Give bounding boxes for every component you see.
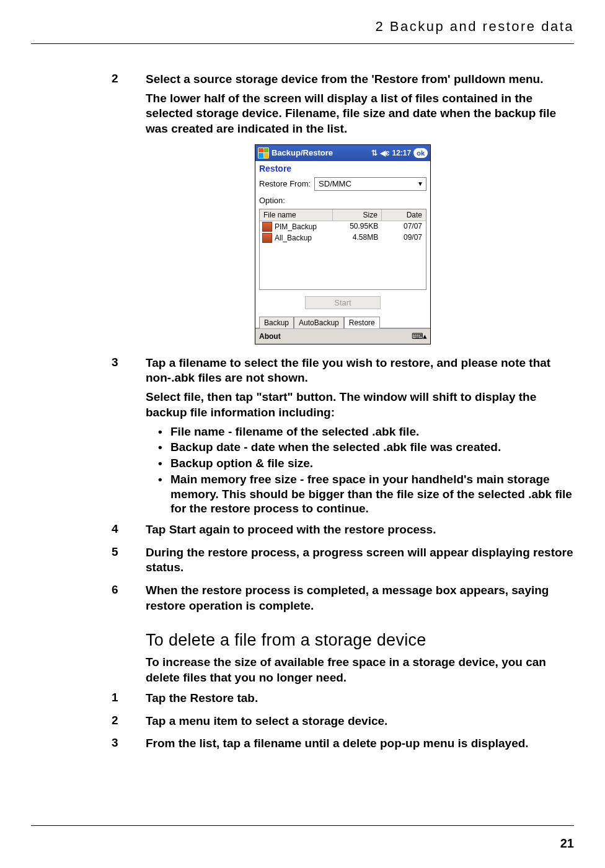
- step-text: Tap a menu item to select a storage devi…: [146, 714, 574, 729]
- step-text: During the restore process, a progress s…: [146, 545, 574, 576]
- file-name: All_Backup: [275, 234, 312, 242]
- step-number: 3: [112, 356, 146, 519]
- bullet-item: File name - filename of the selected .ab…: [158, 424, 574, 439]
- file-date: 07/07: [382, 222, 426, 232]
- ok-button[interactable]: ok: [413, 148, 428, 158]
- delete-step-1: 1 Tap the Restore tab.: [112, 691, 574, 710]
- step-text: When the restore process is completed, a…: [146, 583, 574, 613]
- tab-restore[interactable]: Restore: [344, 317, 380, 328]
- start-flag-icon[interactable]: [258, 147, 269, 159]
- file-rows: PIM_Backup 50.95KB 07/07 All_Backup 4.58…: [260, 221, 426, 289]
- start-button-row: Start: [255, 294, 430, 314]
- file-size: 4.58MB: [333, 233, 382, 243]
- title-bar: Backup/Restore ⇅ ◀є 12:17 ok: [255, 145, 430, 161]
- step-text: Tap a filename to select the file you wi…: [146, 356, 574, 386]
- bullet-item: Main memory free size - free space in yo…: [158, 472, 574, 516]
- backup-file-icon: [262, 222, 272, 232]
- step-body: From the list, tap a filename until a de…: [146, 736, 574, 755]
- option-row: Option:: [255, 193, 430, 208]
- file-row[interactable]: All_Backup 4.58MB 09/07: [260, 232, 426, 243]
- step-3: 3 Tap a filename to select the file you …: [112, 356, 574, 519]
- chevron-down-icon: ▼: [417, 180, 423, 187]
- file-list-header: File name Size Date: [260, 209, 426, 221]
- step-number: 1: [112, 691, 146, 710]
- section-heading: To delete a file from a storage device: [146, 631, 574, 650]
- restore-from-dropdown[interactable]: SD/MMC ▼: [314, 177, 426, 191]
- col-header-date[interactable]: Date: [382, 209, 426, 221]
- file-date: 09/07: [382, 233, 426, 243]
- bullet-list: File name - filename of the selected .ab…: [146, 424, 574, 517]
- step-text: Tap Start again to proceed with the rest…: [146, 522, 574, 538]
- step-number: 6: [112, 583, 146, 617]
- step-5: 5 During the restore process, a progress…: [112, 545, 574, 579]
- bullet-item: Backup date - date when the selected .ab…: [158, 440, 574, 455]
- restore-from-label: Restore From:: [259, 179, 311, 188]
- option-label: Option:: [259, 196, 285, 205]
- bullet-item: Backup option & file size.: [158, 456, 574, 471]
- step-text: Select file, then tap "start" button. Th…: [146, 390, 574, 420]
- backup-file-icon: [262, 233, 272, 243]
- dropdown-value: SD/MMC: [319, 179, 351, 188]
- step-body: Select a source storage device from the …: [146, 72, 574, 141]
- step-number: 5: [112, 545, 146, 579]
- tab-autobackup[interactable]: AutoBackup: [294, 317, 344, 328]
- step-text: Tap the Restore tab.: [146, 691, 574, 706]
- step-text: The lower half of the screen will displa…: [146, 91, 574, 137]
- step-6: 6 When the restore process is completed,…: [112, 583, 574, 617]
- page-number: 21: [560, 836, 574, 851]
- file-name: PIM_Backup: [275, 222, 317, 231]
- step-number: 2: [112, 714, 146, 733]
- header-rule: [31, 43, 574, 44]
- delete-step-2: 2 Tap a menu item to select a storage de…: [112, 714, 574, 733]
- file-list: File name Size Date PIM_Backup 50.95KB 0…: [259, 209, 426, 290]
- screen-heading: Restore: [255, 161, 430, 175]
- tab-backup[interactable]: Backup: [259, 317, 294, 328]
- running-header: 2 Backup and restore data: [31, 19, 574, 35]
- step-text: Select a source storage device from the …: [146, 72, 574, 87]
- step-number: 3: [112, 736, 146, 755]
- step-4: 4 Tap Start again to proceed with the re…: [112, 522, 574, 541]
- delete-step-3: 3 From the list, tap a filename until a …: [112, 736, 574, 755]
- start-button[interactable]: Start: [305, 296, 381, 309]
- step-body: During the restore process, a progress s…: [146, 545, 574, 579]
- col-header-size[interactable]: Size: [333, 209, 382, 221]
- restore-from-row: Restore From: SD/MMC ▼: [255, 175, 430, 193]
- page: 2 Backup and restore data 2 Select a sou…: [0, 0, 605, 868]
- embedded-screenshot: Backup/Restore ⇅ ◀є 12:17 ok Restore Res…: [112, 144, 574, 344]
- bottom-bar: About ⌨▴: [255, 328, 430, 344]
- step-2: 2 Select a source storage device from th…: [112, 72, 574, 141]
- step-body: Tap the Restore tab.: [146, 691, 574, 710]
- section-description: To increase the size of available free s…: [146, 655, 574, 685]
- device-frame: Backup/Restore ⇅ ◀є 12:17 ok Restore Res…: [255, 144, 431, 344]
- tab-bar: Backup AutoBackup Restore: [255, 314, 430, 328]
- keyboard-icon[interactable]: ⌨▴: [412, 331, 426, 341]
- step-number: 4: [112, 522, 146, 541]
- col-header-name[interactable]: File name: [260, 209, 333, 221]
- footer-rule: [31, 825, 574, 826]
- step-number: 2: [112, 72, 146, 141]
- step-body: Tap a filename to select the file you wi…: [146, 356, 574, 519]
- step-body: Tap a menu item to select a storage devi…: [146, 714, 574, 733]
- file-size: 50.95KB: [333, 222, 382, 232]
- file-row[interactable]: PIM_Backup 50.95KB 07/07: [260, 221, 426, 232]
- app-title: Backup/Restore: [272, 148, 333, 157]
- about-menu[interactable]: About: [259, 332, 281, 341]
- body-content: 2 Select a source storage device from th…: [31, 72, 574, 755]
- step-text: From the list, tap a filename until a de…: [146, 736, 574, 752]
- volume-icon[interactable]: ◀є: [380, 149, 390, 157]
- connectivity-icon[interactable]: ⇅: [371, 149, 378, 157]
- clock: 12:17: [392, 149, 411, 157]
- step-body: Tap Start again to proceed with the rest…: [146, 522, 574, 541]
- step-body: When the restore process is completed, a…: [146, 583, 574, 617]
